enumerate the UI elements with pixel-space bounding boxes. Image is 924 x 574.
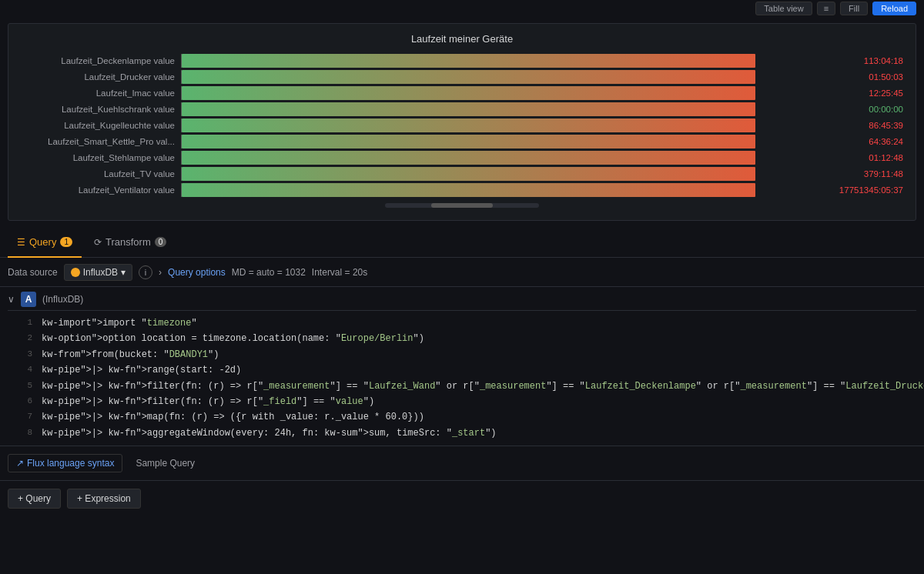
influxdb-label: InfluxDB (83, 267, 118, 278)
code-line: 6 kw-pipe">|> kw-fn">filter(fn: (r) => r… (8, 394, 916, 409)
code-line: 8 kw-pipe">|> kw-fn">aggregateWindow(eve… (8, 425, 916, 441)
data-source-label: Data source (8, 267, 58, 278)
chart-row-value: 379:11:48 (819, 169, 903, 179)
fill-button[interactable]: Fill (840, 2, 868, 15)
chart-row: Laufzeit_Drucker value01:50:03 (21, 70, 903, 84)
tab-query-badge: 1 (60, 237, 72, 247)
line-content: kw-pipe">|> kw-fn">range(start: -2d) (42, 362, 241, 378)
chart-row-label: Laufzeit_TV value (21, 169, 175, 179)
sample-query-label[interactable]: Sample Query (127, 454, 203, 472)
toggle-icon: ≡ (817, 2, 835, 15)
query-source: (InfluxDB) (42, 294, 83, 305)
interval-label: Interval = 20s (312, 267, 367, 278)
chart-bar (182, 86, 755, 100)
chart-row-value: 12:25:45 (819, 88, 903, 98)
chart-row-label: Laufzeit_Ventilator value (21, 185, 175, 195)
tab-query-label: Query (29, 236, 56, 248)
chart-row-value: 113:04:18 (819, 56, 903, 65)
info-icon[interactable]: i (139, 265, 152, 279)
code-line: 5 kw-pipe">|> kw-fn">filter(fn: (r) => r… (8, 379, 916, 394)
line-content: kw-pipe">|> kw-fn">aggregateWindow(every… (42, 425, 497, 441)
chart-bar (182, 102, 755, 116)
chart-bar-container (181, 118, 812, 132)
chart-bar-container (181, 135, 812, 149)
scrollbar-thumb[interactable] (431, 203, 493, 208)
query-letter: A (21, 292, 36, 307)
chart-rows: Laufzeit_Deckenlampe value113:04:18Laufz… (21, 54, 903, 197)
tab-transform-label: Transform (105, 236, 151, 248)
chart-bar-container (181, 183, 812, 197)
chevron-right-icon: › (159, 267, 162, 278)
query-options-bar: Data source InfluxDB ▾ i › Query options… (0, 258, 924, 287)
chart-bar-container (181, 70, 812, 84)
line-number: 3 (11, 347, 32, 362)
chart-row-value: 86:45:39 (819, 121, 903, 130)
line-number: 5 (11, 379, 32, 393)
chart-row-value: 64:36:24 (819, 137, 903, 146)
chart-row: Laufzeit_Imac value12:25:45 (21, 86, 903, 100)
code-editor[interactable]: 1kw-import">import "timezone"2kw-option"… (8, 311, 916, 446)
tab-query[interactable]: ☰ Query 1 (8, 229, 82, 258)
chart-row: Laufzeit_Ventilator value17751345:05:37 (21, 183, 903, 197)
flux-syntax-label: Flux language syntax (27, 458, 114, 469)
tab-transform[interactable]: ⟳ Transform 0 (85, 229, 176, 258)
influxdb-chevron: ▾ (121, 267, 126, 278)
code-line: 7 kw-pipe">|> kw-fn">map(fn: (r) => ({r … (8, 409, 916, 425)
chart-row-label: Laufzeit_Smart_Kettle_Pro val... (21, 137, 175, 146)
influxdb-icon (71, 268, 80, 277)
chart-row: Laufzeit_TV value379:11:48 (21, 167, 903, 181)
line-number: 4 (11, 362, 32, 377)
editor-footer: ↗ Flux language syntax Sample Query (0, 446, 924, 480)
chart-row-label: Laufzeit_Imac value (21, 88, 175, 98)
line-number: 6 (11, 394, 32, 409)
line-content: kw-pipe">|> kw-fn">filter(fn: (r) => r["… (42, 379, 924, 394)
chart-row: Laufzeit_Deckenlampe value113:04:18 (21, 54, 903, 68)
chart-row-value: 01:12:48 (819, 153, 903, 162)
external-link-icon: ↗ (16, 458, 24, 469)
table-view-button[interactable]: Table view (755, 2, 812, 15)
chart-row-label: Laufzeit_Kugelleuchte value (21, 121, 175, 130)
tab-bar: ☰ Query 1 ⟳ Transform 0 (0, 229, 924, 258)
md-label: MD = auto = 1032 (232, 267, 306, 278)
line-number: 2 (11, 331, 32, 345)
influxdb-selector[interactable]: InfluxDB ▾ (64, 264, 132, 281)
query-options-link[interactable]: Query options (168, 267, 226, 278)
chart-bar-container (181, 102, 812, 116)
chart-row-label: Laufzeit_Deckenlampe value (21, 56, 175, 65)
chart-row: Laufzeit_Kugelleuchte value86:45:39 (21, 118, 903, 132)
transform-icon: ⟳ (94, 237, 102, 248)
tab-transform-badge: 0 (155, 237, 167, 247)
add-query-button[interactable]: + Query (8, 489, 61, 509)
chart-bar (182, 70, 755, 84)
code-line: 3kw-from">from(bucket: "DBANDY1") (8, 347, 916, 362)
chart-bar (182, 135, 755, 149)
scrollbar-track[interactable] (385, 203, 539, 208)
chart-row-value: 00:00:00 (819, 105, 903, 114)
chart-bar (182, 167, 755, 181)
code-line: 1kw-import">import "timezone" (8, 315, 916, 331)
line-number: 7 (11, 409, 32, 424)
line-number: 1 (11, 315, 32, 330)
query-header: ∨ A (InfluxDB) (8, 287, 916, 311)
chart-bar-container (181, 167, 812, 181)
line-number: 8 (11, 425, 32, 440)
chart-bar-container (181, 86, 812, 100)
chart-row: Laufzeit_Stehlampe value01:12:48 (21, 151, 903, 165)
line-content: kw-pipe">|> kw-fn">map(fn: (r) => ({r wi… (42, 409, 424, 425)
chart-row-value: 01:50:03 (819, 72, 903, 82)
query-icon: ☰ (17, 237, 25, 248)
flux-syntax-link[interactable]: ↗ Flux language syntax (8, 454, 122, 472)
line-content: kw-pipe">|> kw-fn">filter(fn: (r) => r["… (42, 394, 374, 409)
reload-button[interactable]: Reload (872, 2, 916, 15)
expand-icon[interactable]: ∨ (8, 294, 15, 305)
add-expression-button[interactable]: + Expression (67, 489, 141, 509)
code-line: 2kw-option">option location = timezone.l… (8, 331, 916, 346)
line-content: kw-option">option location = timezone.lo… (42, 331, 424, 346)
chart-row-label: Laufzeit_Drucker value (21, 72, 175, 82)
line-content: kw-import">import "timezone" (42, 315, 197, 331)
chart-row-label: Laufzeit_Kuehlschrank value (21, 105, 175, 114)
chart-scrollbar[interactable] (21, 203, 903, 208)
chart-title: Laufzeit meiner Geräte (21, 33, 903, 45)
chart-row: Laufzeit_Smart_Kettle_Pro val...64:36:24 (21, 135, 903, 149)
chart-panel: Laufzeit meiner Geräte Laufzeit_Deckenla… (8, 23, 916, 221)
